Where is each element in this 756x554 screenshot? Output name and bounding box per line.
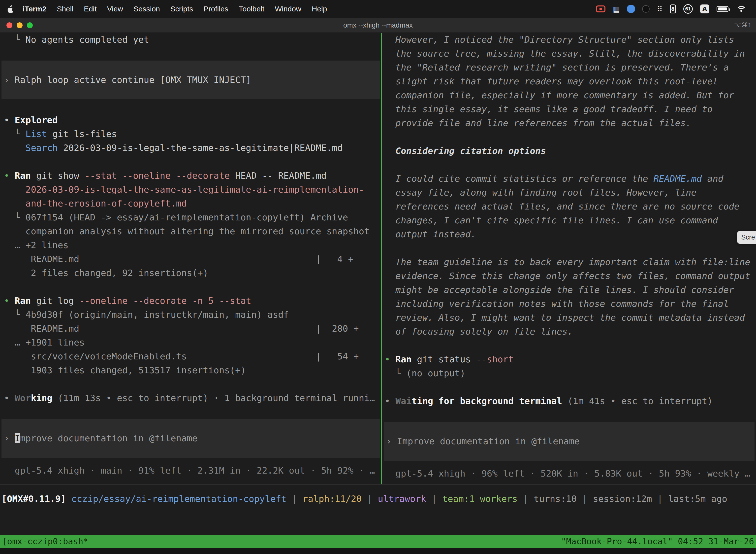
- app-grid-icon[interactable]: ⠿: [657, 5, 663, 13]
- text-segment: of focusing solely on file lines.: [385, 326, 573, 337]
- text-segment: |: [652, 494, 668, 504]
- text-segment: and: [702, 173, 723, 184]
- menu-item-window[interactable]: Window: [270, 5, 307, 13]
- terminal-line: provide file and line references from th…: [382, 116, 756, 130]
- blank-line: [382, 130, 756, 144]
- text-segment: --stat --oneline --decorate: [79, 170, 230, 181]
- text-segment: [385, 146, 395, 156]
- right-pane[interactable]: However, I noticed the "Directory Struct…: [382, 33, 756, 484]
- record-dot: [600, 8, 602, 10]
- text-segment: └: [4, 129, 25, 139]
- text-segment: README.md: [653, 173, 702, 184]
- tmux-status-bar: [omx-cczip0:bash* "MacBook-Pro-44.local"…: [0, 535, 756, 548]
- terminal-line: including verification notes with those …: [382, 297, 756, 311]
- tmux-window-list[interactable]: [omx-cczip0:bash*: [2, 536, 88, 546]
- text-segment: Explored: [15, 115, 58, 125]
- text-segment: [4, 184, 25, 195]
- minimize-window-button[interactable]: [17, 22, 22, 28]
- terminal-line: might be acceptable alongside the file l…: [382, 283, 756, 297]
- terminal-line: README.md | 280 +: [0, 322, 381, 336]
- text-segment: •: [385, 396, 395, 406]
- text-segment: companion analysis without altering the …: [4, 226, 370, 236]
- battery-percent-icon[interactable]: 61: [683, 4, 693, 14]
- text-segment: essay file, along with finding root file…: [385, 187, 696, 198]
- text-segment: ting for background terminal: [412, 396, 562, 406]
- close-window-button[interactable]: [6, 22, 12, 28]
- menu-item-scripts[interactable]: Scripts: [165, 5, 198, 13]
- menu-item-view[interactable]: View: [102, 5, 128, 13]
- text-segment: •: [4, 296, 15, 306]
- text-segment: ›: [4, 75, 15, 85]
- menu-item-iterm2[interactable]: iTerm2: [17, 5, 52, 13]
- screen-recording-indicator-icon[interactable]: [596, 5, 606, 12]
- omx-team: team:1 workers: [442, 494, 517, 504]
- terminal-line: … +1901 lines: [0, 336, 381, 349]
- text-segment: the source tree, missing the essay. Stil…: [385, 48, 745, 59]
- menu-item-session[interactable]: Session: [128, 5, 165, 13]
- left-pane[interactable]: └ No agents completed yet › Ralph loop a…: [0, 33, 381, 484]
- text-segment: … +2 lines: [4, 240, 68, 250]
- omx-mode: ultrawork: [378, 494, 426, 504]
- window-title: omx --xhigh --madmax: [0, 21, 756, 29]
- text-segment: └: [4, 35, 25, 45]
- keypad-icon[interactable]: 8: [670, 4, 676, 13]
- zoom-window-button[interactable]: [27, 22, 33, 28]
- ran-git-show-header: • Ran git show --stat --oneline --decora…: [0, 169, 381, 183]
- input-source-icon[interactable]: A: [700, 4, 709, 13]
- wifi-icon[interactable]: [736, 5, 747, 13]
- prompt-input-right[interactable]: › Improve documentation in @filename: [384, 422, 755, 461]
- menu-bar-left: iTerm2ShellEditViewSessionScriptsProfile…: [5, 5, 332, 13]
- menu-item-shell[interactable]: Shell: [52, 5, 79, 13]
- text-segment: README.md | 4 +: [4, 254, 354, 264]
- text-segment: |: [577, 494, 593, 504]
- explored-search-line: Search 2026-03-09-is-legal-the-same-as-l…: [0, 141, 381, 155]
- terminal-line: src/voice/voiceModeEnabled.ts | 54 +: [0, 349, 381, 364]
- text-segment: Wai: [395, 396, 412, 406]
- menu-item-toolbelt[interactable]: Toolbelt: [234, 5, 270, 13]
- terminal-line: and-the-erosion-of-copyleft.md: [0, 197, 381, 211]
- text-segment: No agents completed yet: [25, 35, 149, 45]
- text-segment: (11m 13s • esc to interrupt) · 1 backgro…: [52, 393, 375, 403]
- terminal-line: … +2 lines: [0, 238, 381, 252]
- text-segment: provide file and line references from th…: [385, 118, 691, 128]
- menu-item-edit[interactable]: Edit: [79, 5, 102, 13]
- terminal-line: essay file, along with finding root file…: [382, 186, 756, 200]
- text-segment: review. Also, I might want to inspect th…: [385, 313, 745, 323]
- text-segment: (no output): [406, 368, 465, 378]
- text-segment: … +1901 lines: [4, 337, 84, 347]
- terminal-line: slight risk that future readers may over…: [382, 74, 756, 88]
- screen-overlay-button[interactable]: Scre: [737, 231, 756, 244]
- apple-menu-icon[interactable]: [7, 5, 14, 13]
- text-segment: the "Related research writing" section i…: [385, 62, 729, 72]
- text-segment: 4b9d30f (origin/main, instructkr/main, m…: [25, 310, 289, 320]
- text-segment: src/voice/voiceModeEnabled.ts | 54 +: [4, 351, 359, 362]
- blank-line: [382, 158, 756, 172]
- text-segment: I could cite commit statistics or refere…: [385, 173, 653, 184]
- traffic-lights: [0, 22, 33, 28]
- omx-turns: turns:10: [534, 494, 577, 504]
- text-segment: However, I noticed the "Directory Struct…: [385, 35, 734, 45]
- raycast-icon[interactable]: [627, 5, 635, 13]
- menu-item-help[interactable]: Help: [307, 5, 332, 13]
- window-grid-icon[interactable]: ▦: [613, 5, 620, 13]
- working-status: • Working (11m 13s • esc to interrupt) ·…: [0, 391, 381, 405]
- blank-line: [382, 339, 756, 352]
- blank-line: [0, 155, 381, 169]
- explored-header: • Explored: [0, 113, 381, 127]
- text-segment: •: [4, 115, 15, 125]
- omx-last-activity: last:5m ago: [668, 494, 727, 504]
- window-bottom-gap: [0, 548, 756, 554]
- text-segment: companion file, especially if more comme…: [385, 90, 734, 100]
- terminal-line: references need actual files, and since …: [382, 200, 756, 214]
- text-segment: README.md | 280 +: [4, 323, 359, 334]
- text-segment: gpt-5.4 xhigh · 96% left · 520K in · 5.8…: [385, 468, 750, 479]
- dark-app-icon[interactable]: [642, 5, 649, 13]
- battery-icon[interactable]: [716, 6, 729, 12]
- omx-ralph-counter: ralph:11/20: [303, 494, 362, 504]
- menu-item-profiles[interactable]: Profiles: [198, 5, 233, 13]
- terminal-line: review. Also, I might want to inspect th…: [382, 311, 756, 325]
- prompt-input-left[interactable]: › Improve documentation in @filename: [1, 419, 380, 458]
- text-segment: this single essay, it seems like a good …: [385, 104, 712, 114]
- text-segment: Considering citation options: [395, 146, 546, 156]
- text-segment: Search: [25, 143, 58, 153]
